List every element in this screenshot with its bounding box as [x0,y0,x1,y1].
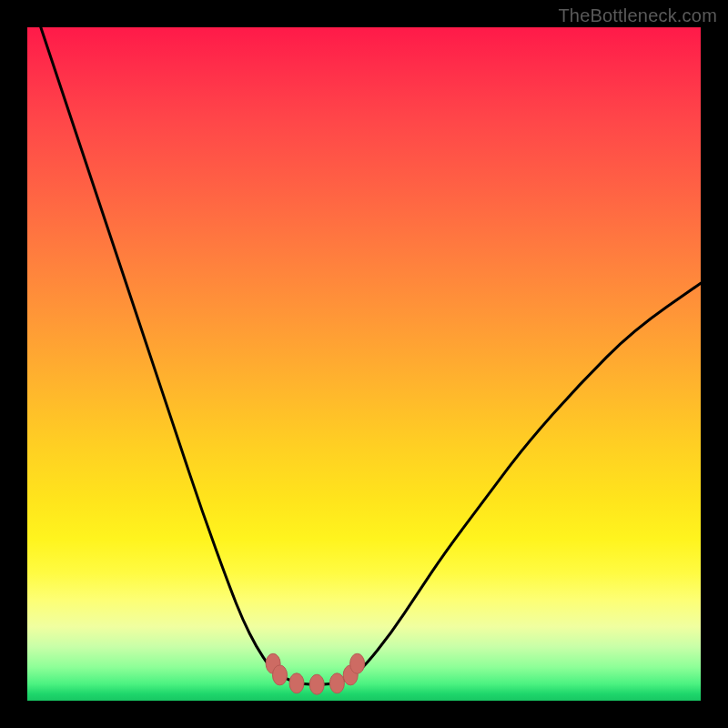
valley-marker [289,673,304,693]
valley-marker [329,673,344,693]
valley-marker [273,665,288,685]
watermark-text: TheBottleneck.com [558,5,717,26]
curve-svg [27,27,701,701]
valley-marker [350,653,365,673]
plot-area [27,27,701,701]
valley-markers [266,653,365,694]
curve-group [41,27,701,684]
bottleneck-curve [41,27,701,684]
chart-frame: TheBottleneck.com [0,0,728,728]
valley-marker [309,674,324,694]
